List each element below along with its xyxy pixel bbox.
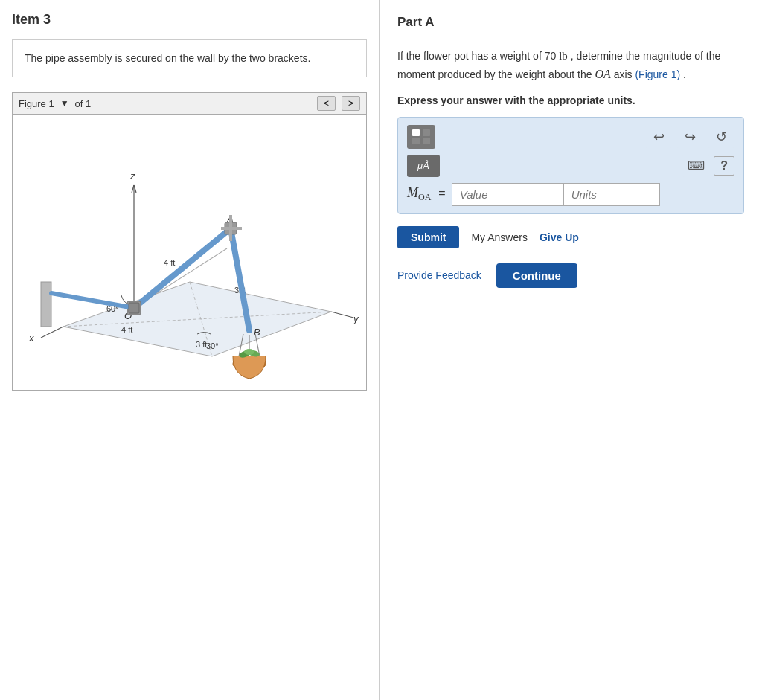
figure-image-area: x y z O 60° — [13, 115, 366, 390]
matrix-tool-btn[interactable] — [407, 125, 435, 149]
value-input[interactable] — [452, 183, 563, 206]
problem-text: If the flower pot has a weight of 70 lb … — [397, 47, 744, 84]
help-icon: ? — [720, 159, 728, 172]
svg-rect-35 — [41, 282, 51, 327]
problem-text-3: axis — [614, 68, 633, 80]
svg-rect-37 — [129, 303, 139, 313]
refresh-btn[interactable]: ↺ — [708, 126, 734, 148]
figure-next-btn[interactable]: > — [342, 96, 360, 111]
answer-area: ↩ ↪ ↺ μÅ ⌨ — [397, 117, 744, 214]
svg-point-34 — [244, 349, 254, 355]
mu-btn[interactable]: μÅ — [407, 155, 440, 177]
problem-description-box: The pipe assembly is secured on the wall… — [12, 39, 367, 77]
my-answers-label[interactable]: My Answers — [471, 231, 527, 243]
equals-sign: = — [438, 187, 445, 200]
keyboard-icon: ⌨ — [688, 158, 705, 173]
mu-label: μÅ — [417, 160, 429, 171]
svg-text:3 ft: 3 ft — [196, 340, 207, 349]
moa-label: MOA — [407, 185, 431, 203]
svg-text:x: x — [28, 333, 34, 344]
submit-btn[interactable]: Submit — [397, 226, 459, 248]
svg-rect-39 — [423, 129, 430, 136]
redo-btn[interactable]: ↪ — [676, 126, 703, 148]
svg-rect-40 — [412, 138, 420, 144]
continue-btn[interactable]: Continue — [496, 263, 577, 288]
submit-row: Submit My Answers Give Up — [397, 226, 744, 248]
svg-rect-41 — [423, 138, 430, 144]
weight-value: lb — [559, 50, 568, 62]
matrix-icon — [412, 129, 431, 145]
left-panel: Item 3 The pipe assembly is secured on t… — [0, 0, 380, 700]
problem-description-text: The pipe assembly is secured on the wall… — [25, 52, 310, 64]
right-panel: Part A If the flower pot has a weight of… — [380, 0, 762, 700]
input-row: MOA = — [407, 183, 734, 206]
figure-of-label: of 1 — [75, 98, 92, 109]
problem-text-1: If the flower pot has a weight of 70 — [397, 50, 556, 62]
figure-label: Figure 1 — [19, 98, 54, 109]
figure-header: Figure 1 ▼ of 1 < > — [13, 93, 366, 115]
refresh-icon: ↺ — [716, 129, 727, 145]
feedback-row: Provide Feedback Continue — [397, 263, 744, 288]
redo-icon: ↪ — [685, 129, 696, 145]
part-title: Part A — [397, 15, 744, 36]
toolbar-row-1: ↩ ↪ ↺ — [407, 125, 734, 149]
figure-svg: x y z O 60° — [19, 118, 361, 386]
figure-link[interactable]: (Figure 1) — [635, 68, 680, 80]
keyboard-btn[interactable]: ⌨ — [682, 155, 709, 177]
svg-text:4 ft: 4 ft — [164, 258, 175, 267]
figure-container: Figure 1 ▼ of 1 < > — [12, 92, 367, 391]
svg-text:4 ft: 4 ft — [121, 325, 132, 334]
svg-text:B: B — [254, 327, 260, 338]
svg-text:30°: 30° — [206, 341, 219, 350]
units-input[interactable] — [563, 183, 660, 206]
toolbar-row-2: μÅ ⌨ ? — [407, 155, 734, 177]
svg-rect-38 — [412, 129, 420, 136]
undo-icon: ↩ — [653, 129, 665, 145]
figure-prev-btn[interactable]: < — [317, 96, 336, 111]
item-title: Item 3 — [12, 12, 367, 28]
help-btn[interactable]: ? — [714, 156, 734, 176]
svg-text:z: z — [129, 170, 135, 182]
give-up-link[interactable]: Give Up — [540, 231, 579, 243]
undo-btn[interactable]: ↩ — [645, 126, 672, 148]
express-text: Express your answer with the appropriate… — [397, 94, 744, 106]
figure-dropdown[interactable]: ▼ — [60, 98, 69, 109]
axis-label: OA — [595, 68, 610, 80]
provide-feedback-link[interactable]: Provide Feedback — [397, 269, 481, 281]
